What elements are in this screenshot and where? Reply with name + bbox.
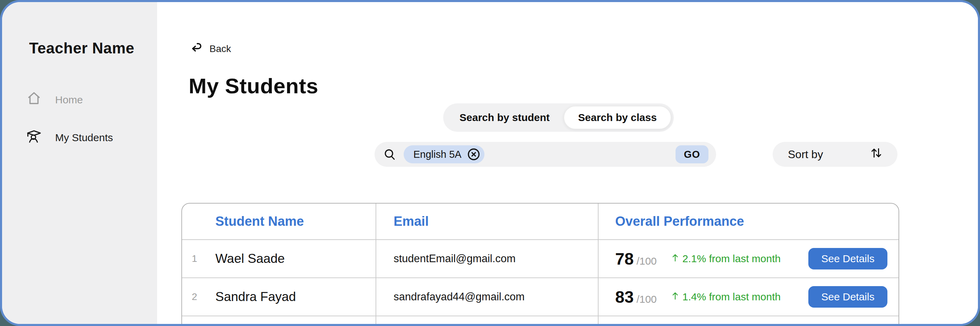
sidebar-item-my-students[interactable]: My Students (26, 128, 113, 147)
performance-score: 83 /100 (615, 288, 657, 307)
teacher-name: Teacher Name (29, 40, 135, 57)
column-header-email: Email (376, 204, 598, 239)
table-header-row: Student Name Email Overall Performance (182, 204, 899, 240)
table-row-partial (182, 316, 899, 326)
table-row: 1 Wael Saade studentEmail@gmail.com 78 /… (182, 240, 899, 278)
students-table: Student Name Email Overall Performance 1… (181, 203, 899, 326)
arrow-up-icon (670, 253, 680, 265)
search-bar[interactable]: English 5A GO (374, 142, 716, 167)
sidebar-item-label: Home (55, 94, 83, 106)
performance-score: 78 /100 (615, 250, 657, 269)
sidebar-item-label: My Students (55, 132, 113, 143)
student-name: Sandra Fayad (215, 289, 296, 304)
main-content: Back My Students Search by student Searc… (157, 2, 978, 324)
sidebar-nav: Home My Students (26, 91, 113, 147)
chip-label: English 5A (414, 149, 461, 160)
sidebar: Teacher Name Home (2, 2, 157, 324)
graduation-cap-icon (26, 128, 42, 147)
home-icon (26, 91, 42, 109)
tab-search-by-class[interactable]: Search by class (563, 106, 671, 129)
app-window: Teacher Name Home (0, 0, 980, 326)
row-index: 2 (192, 291, 215, 302)
table-row: 2 Sandra Fayad sandrafayad44@gmail.com 8… (182, 278, 899, 316)
search-mode-tabs: Search by student Search by class (443, 103, 674, 132)
trend-indicator: 2.1% from last month (670, 253, 781, 265)
column-header-overall-performance: Overall Performance (598, 204, 899, 239)
search-icon (383, 147, 397, 161)
arrow-up-icon (670, 291, 680, 304)
search-filter-chip: English 5A (404, 145, 484, 163)
student-email: sandrafayad44@gmail.com (376, 278, 598, 316)
back-arrow-icon (190, 41, 203, 57)
sidebar-item-home[interactable]: Home (26, 91, 113, 109)
column-header-student-name: Student Name (182, 204, 376, 239)
trend-text: 2.1% from last month (682, 253, 781, 265)
sort-label: Sort by (788, 148, 823, 161)
student-name: Wael Saade (215, 251, 285, 266)
tab-search-by-student[interactable]: Search by student (445, 106, 563, 129)
back-button[interactable]: Back (190, 41, 231, 57)
trend-indicator: 1.4% from last month (670, 291, 781, 304)
see-details-button[interactable]: See Details (808, 286, 888, 308)
sort-arrows-icon (869, 146, 884, 163)
page-title: My Students (189, 73, 318, 98)
student-email: studentEmail@gmail.com (376, 240, 598, 277)
go-button[interactable]: GO (676, 145, 708, 163)
back-label: Back (210, 43, 231, 54)
x-circle-icon[interactable] (466, 147, 481, 162)
row-index: 1 (192, 253, 215, 264)
sort-by-button[interactable]: Sort by (773, 142, 897, 167)
trend-text: 1.4% from last month (682, 291, 781, 303)
see-details-button[interactable]: See Details (808, 248, 888, 269)
